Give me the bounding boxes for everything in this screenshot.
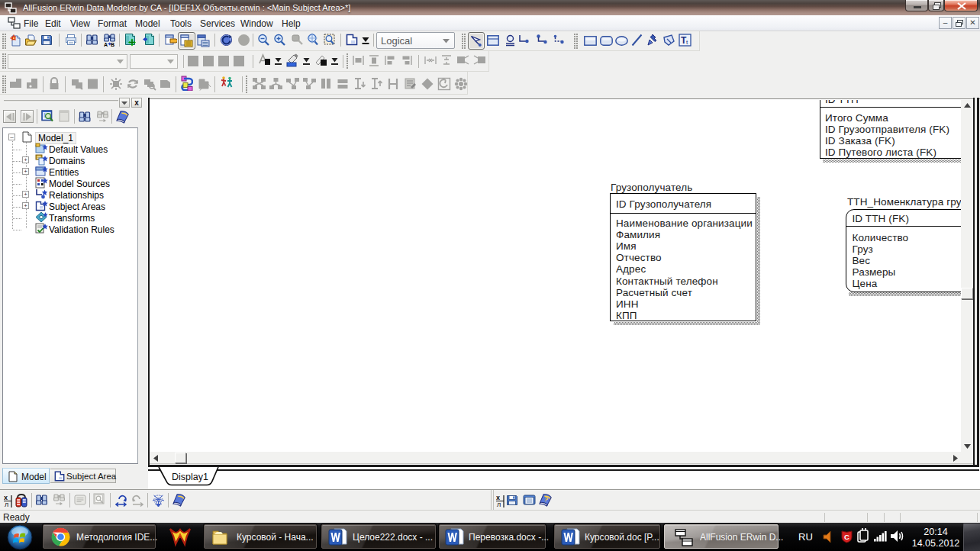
svg-text:C: C	[844, 533, 849, 541]
svg-text:л: л	[497, 501, 501, 508]
svg-text:л: л	[5, 501, 8, 508]
